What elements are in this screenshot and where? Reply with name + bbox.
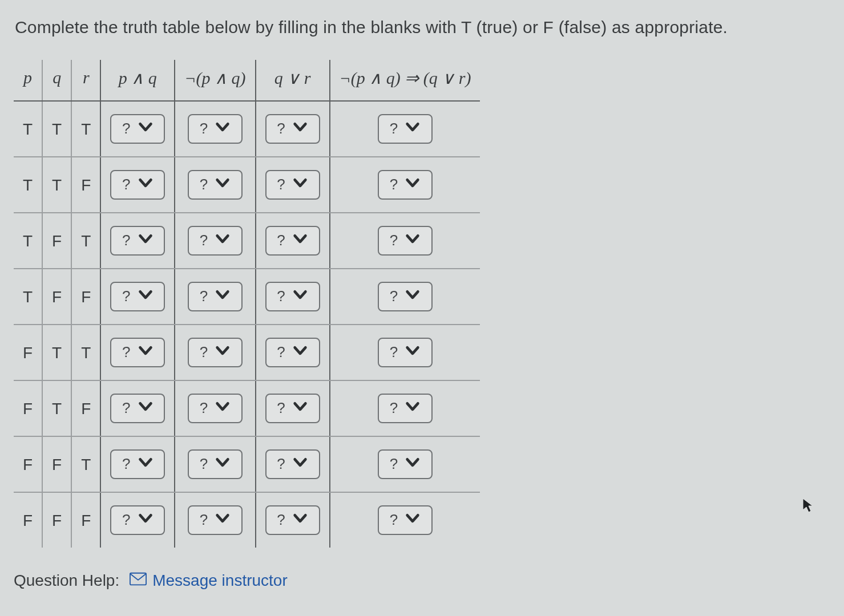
answer-dropdown[interactable]: ? bbox=[110, 505, 165, 535]
cell-q: F bbox=[42, 269, 71, 325]
answer-dropdown[interactable]: ? bbox=[265, 114, 320, 144]
cell-p: T bbox=[14, 101, 42, 157]
answer-dropdown[interactable]: ? bbox=[378, 449, 433, 479]
answer-dropdown[interactable]: ? bbox=[265, 282, 320, 311]
cell-answer: ? bbox=[100, 157, 175, 213]
table-row: FFF???? bbox=[14, 492, 480, 548]
answer-dropdown[interactable]: ? bbox=[110, 114, 165, 144]
answer-dropdown[interactable]: ? bbox=[265, 226, 320, 256]
cell-answer: ? bbox=[175, 269, 255, 325]
cell-p: F bbox=[14, 380, 42, 436]
chevron-down-icon bbox=[138, 342, 154, 362]
answer-dropdown[interactable]: ? bbox=[188, 338, 243, 367]
cell-p: F bbox=[14, 492, 42, 548]
answer-dropdown[interactable]: ? bbox=[378, 505, 433, 535]
cell-q-value: F bbox=[52, 456, 62, 473]
chevron-down-icon bbox=[292, 342, 308, 362]
chevron-down-icon bbox=[405, 230, 421, 250]
dropdown-value: ? bbox=[200, 511, 208, 529]
cell-p-value: F bbox=[23, 344, 33, 362]
dropdown-value: ? bbox=[390, 455, 398, 473]
answer-dropdown[interactable]: ? bbox=[188, 505, 243, 535]
answer-dropdown[interactable]: ? bbox=[378, 282, 433, 311]
answer-dropdown[interactable]: ? bbox=[110, 449, 165, 479]
answer-dropdown[interactable]: ? bbox=[110, 226, 165, 256]
cell-answer: ? bbox=[175, 213, 255, 269]
dropdown-value: ? bbox=[122, 176, 130, 193]
dropdown-value: ? bbox=[122, 120, 130, 137]
answer-dropdown[interactable]: ? bbox=[265, 170, 320, 200]
cell-answer: ? bbox=[330, 101, 480, 157]
answer-dropdown[interactable]: ? bbox=[188, 114, 243, 144]
cell-answer: ? bbox=[100, 436, 175, 492]
chevron-down-icon bbox=[138, 175, 154, 194]
chevron-down-icon bbox=[292, 175, 308, 194]
dropdown-value: ? bbox=[277, 343, 285, 361]
dropdown-value: ? bbox=[390, 343, 398, 361]
chevron-down-icon bbox=[138, 119, 154, 139]
cell-p-value: F bbox=[23, 400, 33, 418]
answer-dropdown[interactable]: ? bbox=[265, 449, 320, 479]
answer-dropdown[interactable]: ? bbox=[110, 394, 165, 423]
cell-q: T bbox=[42, 157, 71, 213]
cell-p: F bbox=[14, 436, 42, 492]
message-instructor-link[interactable]: Message instructor bbox=[130, 572, 288, 590]
cell-q-value: T bbox=[52, 344, 62, 362]
chevron-down-icon bbox=[138, 454, 154, 474]
cell-answer: ? bbox=[175, 436, 255, 492]
answer-dropdown[interactable]: ? bbox=[378, 394, 433, 423]
cell-q-value: T bbox=[52, 120, 62, 138]
answer-dropdown[interactable]: ? bbox=[265, 394, 320, 423]
cell-r-value: T bbox=[81, 344, 91, 362]
answer-dropdown[interactable]: ? bbox=[265, 505, 320, 535]
cell-answer: ? bbox=[175, 325, 255, 380]
dropdown-value: ? bbox=[390, 232, 398, 249]
cell-q-value: F bbox=[52, 232, 62, 250]
chevron-down-icon bbox=[405, 175, 421, 194]
cell-q-value: F bbox=[52, 512, 62, 529]
dropdown-value: ? bbox=[200, 176, 208, 193]
cell-p-value: F bbox=[23, 456, 33, 473]
dropdown-value: ? bbox=[277, 176, 285, 193]
answer-dropdown[interactable]: ? bbox=[378, 338, 433, 367]
chevron-down-icon bbox=[138, 510, 154, 530]
answer-dropdown[interactable]: ? bbox=[188, 282, 243, 311]
dropdown-value: ? bbox=[122, 455, 130, 473]
answer-dropdown[interactable]: ? bbox=[265, 338, 320, 367]
dropdown-value: ? bbox=[200, 399, 208, 417]
cell-p-value: T bbox=[23, 288, 33, 306]
answer-dropdown[interactable]: ? bbox=[188, 170, 243, 200]
message-instructor-text: Message instructor bbox=[152, 572, 288, 590]
answer-dropdown[interactable]: ? bbox=[378, 170, 433, 200]
answer-dropdown[interactable]: ? bbox=[188, 449, 243, 479]
answer-dropdown[interactable]: ? bbox=[378, 114, 433, 144]
dropdown-value: ? bbox=[390, 511, 398, 529]
answer-dropdown[interactable]: ? bbox=[188, 394, 243, 423]
cell-r: F bbox=[71, 157, 100, 213]
cell-answer: ? bbox=[256, 213, 330, 269]
chevron-down-icon bbox=[215, 175, 231, 194]
dropdown-value: ? bbox=[122, 343, 130, 361]
cell-r: T bbox=[71, 213, 100, 269]
col-header-r: r bbox=[71, 60, 100, 101]
cell-answer: ? bbox=[256, 325, 330, 380]
answer-dropdown[interactable]: ? bbox=[188, 226, 243, 256]
dropdown-value: ? bbox=[277, 511, 285, 529]
mail-icon bbox=[130, 572, 147, 590]
cell-answer: ? bbox=[175, 492, 255, 548]
dropdown-value: ? bbox=[122, 399, 130, 417]
table-row: FTT???? bbox=[14, 325, 480, 380]
cell-q-value: F bbox=[52, 288, 62, 306]
dropdown-value: ? bbox=[122, 287, 130, 305]
question-help: Question Help: Message instructor bbox=[14, 572, 827, 590]
cell-q: F bbox=[42, 213, 71, 269]
answer-dropdown[interactable]: ? bbox=[378, 226, 433, 256]
answer-dropdown[interactable]: ? bbox=[110, 170, 165, 200]
answer-dropdown[interactable]: ? bbox=[110, 338, 165, 367]
cell-answer: ? bbox=[330, 269, 480, 325]
cell-q: T bbox=[42, 101, 71, 157]
cell-r: F bbox=[71, 492, 100, 548]
cell-answer: ? bbox=[100, 380, 175, 436]
answer-dropdown[interactable]: ? bbox=[110, 282, 165, 311]
cell-r-value: F bbox=[81, 176, 91, 194]
